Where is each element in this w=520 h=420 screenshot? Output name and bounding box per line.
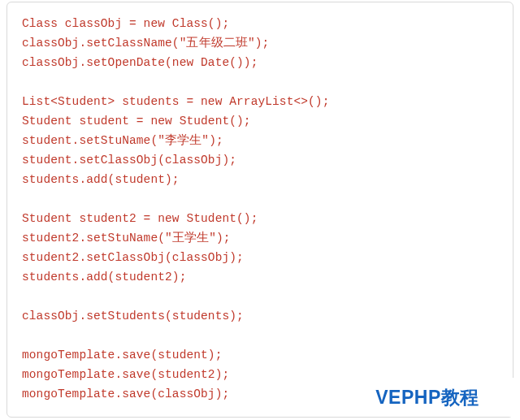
code-block: Class classObj = new Class(); classObj.s…	[6, 2, 514, 418]
code-line: student2.setStuName("王学生");	[22, 228, 498, 248]
watermark-banner: VEPHP教程	[335, 378, 520, 417]
code-line: student.setClassObj(classObj);	[22, 150, 498, 170]
code-line: Student student = new Student();	[22, 111, 498, 131]
blank-line	[22, 72, 498, 92]
code-line: classObj.setClassName("五年级二班");	[22, 33, 498, 53]
blank-line	[22, 189, 498, 209]
code-line: classObj.setStudents(students);	[22, 306, 498, 326]
code-line: List<Student> students = new ArrayList<>…	[22, 92, 498, 111]
code-line: students.add(student);	[22, 170, 498, 189]
code-line: student.setStuName("李学生");	[22, 131, 498, 150]
blank-line	[22, 326, 498, 345]
code-line: classObj.setOpenDate(new Date());	[22, 53, 498, 72]
watermark-text: VEPHP教程	[375, 385, 479, 410]
code-line: Class classObj = new Class();	[22, 14, 498, 33]
blank-line	[22, 287, 498, 306]
code-line: students.add(student2);	[22, 267, 498, 287]
code-line: mongoTemplate.save(student);	[22, 345, 498, 365]
code-line: Student student2 = new Student();	[22, 209, 498, 228]
watermark-left-edge	[330, 378, 335, 417]
code-line: student2.setClassObj(classObj);	[22, 248, 498, 267]
